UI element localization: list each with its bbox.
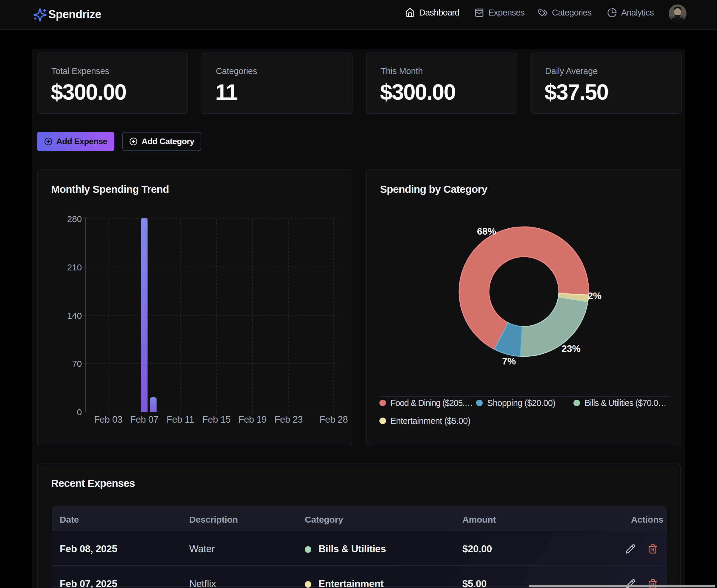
svg-text:280: 280 (67, 214, 82, 224)
svg-text:Feb 15: Feb 15 (203, 414, 231, 425)
svg-text:140: 140 (67, 311, 82, 320)
svg-text:Feb 07: Feb 07 (130, 414, 159, 425)
svg-text:Feb 28: Feb 28 (319, 414, 348, 425)
svg-text:Feb 11: Feb 11 (167, 414, 194, 425)
svg-text:70: 70 (72, 359, 82, 369)
svg-text:Feb 03: Feb 03 (94, 414, 122, 425)
svg-text:Feb 19: Feb 19 (238, 414, 267, 425)
svg-text:0: 0 (77, 407, 82, 417)
svg-text:210: 210 (67, 262, 82, 272)
svg-text:Feb 23: Feb 23 (274, 414, 303, 425)
